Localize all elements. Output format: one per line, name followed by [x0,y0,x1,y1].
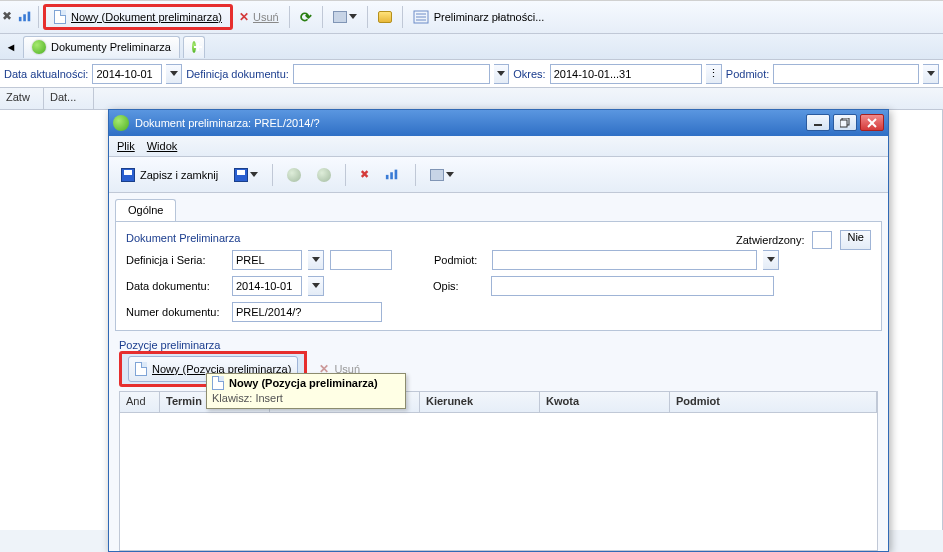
podmiot-label: Podmiot: [726,68,769,80]
podmiot-input[interactable] [773,64,919,84]
green-circle-icon [113,115,129,131]
form-area: Zatwierdzony: Nie Dokument Preliminarza … [115,221,882,331]
tab-strip: ◄ Dokumenty Preliminarza [0,34,943,60]
refresh-button[interactable]: ⟳ [294,4,318,30]
def-seria-input[interactable] [232,250,302,270]
podmiot-form-dd[interactable] [763,250,779,270]
svg-rect-0 [19,16,22,20]
def-dok-dd[interactable] [494,64,510,84]
tooltip-title: Nowy (Pozycja preliminarza) [229,377,378,389]
new-document-label: Nowy (Dokument preliminarza) [71,11,222,23]
def-seria-dd[interactable] [308,250,324,270]
svg-rect-1 [23,14,26,21]
tab-ogolne[interactable]: Ogólne [115,199,176,221]
svg-rect-9 [840,120,847,127]
svg-rect-2 [28,11,31,21]
col-data[interactable]: Dat... [44,88,94,109]
tab-label: Dokumenty Preliminarza [51,41,171,53]
page-icon [54,10,66,24]
popup-titlebar[interactable]: Dokument preliminarza: PREL/2014/? [109,110,888,136]
positions-grid-body[interactable] [119,413,878,551]
menu-widok[interactable]: Widok [147,140,178,152]
delete-label: Usuń [253,11,279,23]
col-zatw[interactable]: Zatw [0,88,44,109]
def-dok-input[interactable] [293,64,490,84]
popup-title-text: Dokument preliminarza: PREL/2014/? [135,117,320,129]
main-grid-header: Zatw Dat... [0,88,943,110]
green-circle-icon [32,40,46,54]
nav-fwd-button[interactable] [311,162,337,188]
folder-button[interactable] [372,4,398,30]
popup-sub-tabs: Ogólne [109,197,888,221]
nav-back-button[interactable] [281,162,307,188]
data-dok-input[interactable] [232,276,302,296]
refresh-icon: ⟳ [300,9,312,25]
numer-input[interactable] [232,302,382,322]
data-dok-label: Data dokumentu: [126,280,226,292]
save-close-label: Zapisz i zamknij [140,169,218,181]
col-kierunek[interactable]: Kierunek [420,392,540,412]
plus-icon [192,41,196,53]
podmiot-form-label: Podmiot: [434,254,486,266]
chevron-down-icon [446,172,454,177]
popup-menu: Plik Widok [109,136,888,158]
wrench-icon[interactable]: ✖ [2,9,18,25]
folder-icon [378,11,392,23]
data-akt-dd[interactable] [166,64,182,84]
chevron-down-icon [349,14,357,19]
tab-add[interactable] [183,36,205,58]
podmiot-form-input[interactable] [492,250,757,270]
zatw-checkbox[interactable] [812,231,832,249]
arrow-right-icon [317,168,331,182]
section-pozycje: Pozycje preliminarza [119,339,878,351]
menu-bar: Narzędzia Pomoc [0,0,943,1]
tab-scroll-left[interactable]: ◄ [2,41,20,53]
def-dok-label: Definicja dokumentu: [186,68,289,80]
save-icon [234,168,248,182]
data-dok-dd[interactable] [308,276,324,296]
svg-rect-14 [395,169,398,179]
preliminarz-label: Preliminarz płatności... [434,11,545,23]
filter-bar: Data aktualności: Definicja dokumentu: O… [0,60,943,88]
close-button[interactable] [860,114,884,131]
print-button[interactable] [327,4,363,30]
menu-plik[interactable]: Plik [117,140,135,152]
data-akt-label: Data aktualności: [4,68,88,80]
zatw-nie-button[interactable]: Nie [840,230,871,250]
chevron-down-icon [250,172,258,177]
seria-input[interactable] [330,250,392,270]
print-button-2[interactable] [424,162,460,188]
okres-input[interactable] [550,64,702,84]
opis-input[interactable] [491,276,774,296]
tooltip: Nowy (Pozycja preliminarza) Klawisz: Ins… [206,373,406,409]
new-document-button[interactable]: Nowy (Dokument preliminarza) [43,4,233,30]
svg-rect-13 [391,172,394,179]
chart-button[interactable] [379,162,407,188]
arrow-left-icon [287,168,301,182]
popup-toolbar: Zapisz i zamknij ✖ [109,157,888,193]
podmiot-dd[interactable] [923,64,939,84]
tab-dokumenty[interactable]: Dokumenty Preliminarza [23,36,180,58]
list-icon [413,9,429,25]
restore-button[interactable] [833,114,857,131]
chart-icon[interactable] [18,9,34,25]
document-popup: Dokument preliminarza: PREL/2014/? Plik … [108,109,889,552]
col-kwota[interactable]: Kwota [540,392,670,412]
page-icon [135,362,147,376]
delete-button[interactable]: ✕ Usuń [233,4,285,30]
page-icon [212,376,224,390]
tools-button[interactable]: ✖ [354,162,375,188]
save-close-button[interactable]: Zapisz i zamknij [115,162,224,188]
okres-dd[interactable]: ⋮ [706,64,722,84]
svg-rect-12 [386,175,389,179]
col-podmiot[interactable]: Podmiot [670,392,877,412]
zatw-group: Zatwierdzony: Nie [736,230,871,250]
x-icon: ✕ [239,10,249,24]
minimize-button[interactable] [806,114,830,131]
preliminarz-button[interactable]: Preliminarz płatności... [407,4,551,30]
data-akt-input[interactable] [92,64,162,84]
save-button[interactable] [228,162,264,188]
tooltip-shortcut: Klawisz: Insert [212,392,400,404]
okres-label: Okres: [513,68,545,80]
col-and[interactable]: And [120,392,160,412]
